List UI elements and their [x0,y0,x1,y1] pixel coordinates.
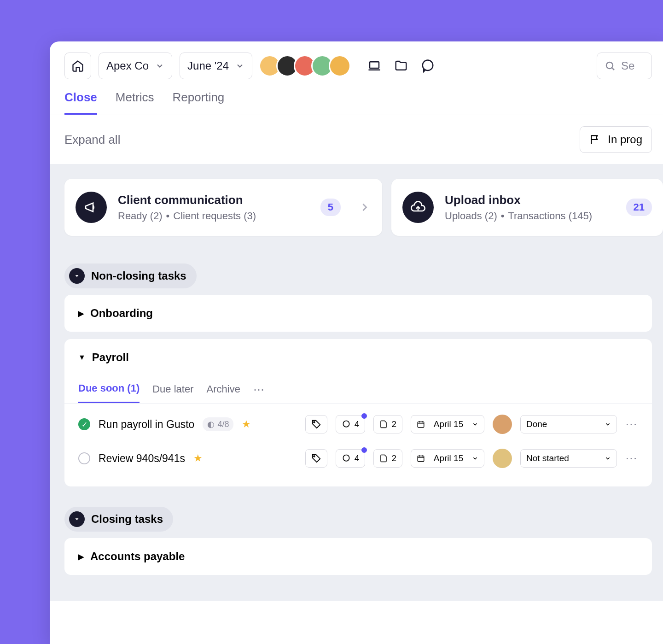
search-icon [605,60,616,71]
task-row: Review 940s/941s ★ 4 2 [78,441,638,475]
chevron-down-icon [235,61,244,70]
caret-down-icon [74,273,80,279]
section-header[interactable]: ▶ Accounts payable [64,538,652,575]
caret-right-icon: ▶ [78,552,84,561]
card-subtitle: Ready (2)•Client requests (3) [118,210,256,222]
section-title: Onboarding [90,307,153,320]
more-icon[interactable]: ⋯ [625,451,638,466]
filter-label: In prog [608,133,642,146]
assignee-avatar[interactable] [493,449,512,468]
company-name: Apex Co [106,59,149,72]
date-picker[interactable]: April 15 [411,449,484,468]
card-subtitle: Uploads (2)•Transactions (145) [445,210,592,222]
svg-rect-8 [418,456,424,462]
search-placeholder: Se [621,59,634,72]
home-button[interactable] [64,53,91,79]
cloud-upload-icon [402,192,434,223]
subtab-archive[interactable]: Archive [207,377,240,403]
caret-down-icon: ▼ [78,353,86,362]
flag-icon [589,134,601,146]
comment-button[interactable]: 4 [336,415,366,433]
section-title: Payroll [92,351,129,364]
date-picker[interactable]: April 15 [411,415,484,433]
chat-icon [342,454,351,463]
status-dropdown[interactable]: Done [520,415,617,433]
chevron-down-icon [472,421,478,427]
task-row: ✓ Run payroll in Gusto ◐ 4/8 ★ 4 [78,407,638,441]
expand-all-button[interactable]: Expand all [64,133,120,147]
folder-icon[interactable] [394,59,408,73]
caret-down-icon [74,516,80,522]
card-title: Client communication [118,193,256,207]
count-badge: 5 [320,199,341,216]
task-list: ✓ Run payroll in Gusto ◐ 4/8 ★ 4 [64,404,652,486]
chevron-down-icon [472,455,478,462]
star-icon[interactable]: ★ [242,418,251,430]
tag-button[interactable] [305,449,327,468]
more-icon[interactable]: ⋯ [253,383,264,396]
main-tabs: Close Metrics Reporting [50,79,663,115]
upload-inbox-card[interactable]: Upload inbox Uploads (2)•Transactions (1… [391,179,663,236]
task-name[interactable]: Run payroll in Gusto [99,418,194,431]
toolbar-icons [367,59,435,73]
docs-button[interactable]: 2 [373,415,402,433]
chat-icon [342,420,351,429]
period-dropdown[interactable]: June '24 [180,53,252,79]
group-label: Closing tasks [91,513,163,526]
calendar-icon [417,420,425,428]
section-header[interactable]: ▼ Payroll [64,339,652,376]
megaphone-icon [76,192,107,223]
task-checkbox[interactable] [78,452,90,464]
laptop-icon[interactable] [367,59,381,73]
progress-chip: ◐ 4/8 [203,417,233,431]
search-input[interactable]: Se [597,53,652,79]
section-accounts-payable: ▶ Accounts payable [64,538,652,575]
task-checkbox[interactable]: ✓ [78,418,90,430]
subtab-due-later[interactable]: Due later [152,377,193,403]
file-icon [379,420,388,428]
tab-reporting[interactable]: Reporting [173,90,225,115]
company-dropdown[interactable]: Apex Co [99,53,172,79]
chat-icon[interactable] [421,59,435,73]
section-onboarding: ▶ Onboarding [64,295,652,332]
tab-close[interactable]: Close [64,90,97,115]
notification-dot [361,413,367,419]
svg-rect-5 [418,422,424,427]
card-title: Upload inbox [445,193,592,207]
toolbar: Apex Co June '24 Se [50,41,663,79]
team-avatars[interactable] [263,55,351,77]
section-payroll: ▼ Payroll Due soon (1) Due later Archive… [64,339,652,486]
svg-point-3 [314,422,315,423]
status-dropdown[interactable]: Not started [520,449,617,468]
file-icon [379,454,388,463]
summary-cards: Client communication Ready (2)•Client re… [50,164,663,251]
caret-right-icon: ▶ [78,309,84,318]
count-badge: 21 [626,199,652,216]
chevron-down-icon [155,61,164,70]
non-closing-tasks-group[interactable]: Non-closing tasks [64,263,197,288]
section-title: Accounts payable [90,550,185,563]
comment-button[interactable]: 4 [336,449,366,468]
avatar [329,55,351,77]
assignee-avatar[interactable] [493,415,512,434]
status-filter[interactable]: In prog [580,126,652,153]
closing-tasks-group[interactable]: Closing tasks [64,507,173,532]
tag-button[interactable] [305,415,327,433]
subtab-due-soon[interactable]: Due soon (1) [78,376,140,403]
client-communication-card[interactable]: Client communication Ready (2)•Client re… [64,179,382,236]
task-name[interactable]: Review 940s/941s [99,452,185,465]
section-header[interactable]: ▶ Onboarding [64,295,652,332]
star-icon[interactable]: ★ [193,452,203,464]
docs-button[interactable]: 2 [373,449,402,468]
chevron-down-icon [605,455,611,462]
tab-metrics[interactable]: Metrics [116,90,154,115]
tag-icon [311,453,321,463]
svg-rect-0 [370,62,379,68]
home-icon [71,59,84,72]
group-label: Non-closing tasks [91,269,186,282]
period-name: June '24 [187,59,229,72]
calendar-icon [417,454,425,463]
more-icon[interactable]: ⋯ [625,417,638,432]
svg-point-2 [606,62,613,69]
chevron-right-icon [358,201,371,214]
